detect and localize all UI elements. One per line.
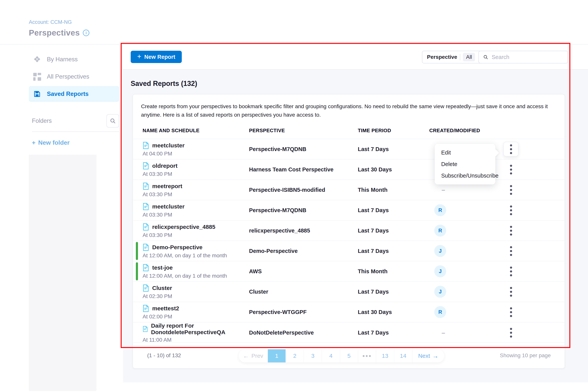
report-name[interactable]: meetcluster	[152, 203, 184, 210]
report-name[interactable]: meetcluster	[152, 142, 184, 149]
pagination-page-5[interactable]: 5	[340, 349, 358, 362]
perspective-cell: AWS	[249, 268, 358, 274]
report-name[interactable]: meettest2	[152, 305, 179, 312]
row-menu-button[interactable]	[504, 244, 518, 258]
row-menu-button[interactable]	[504, 203, 518, 218]
sidebar-item-saved-reports[interactable]: Saved Reports	[29, 86, 119, 102]
perspective-cell: Perspective-M7QDNB	[249, 146, 358, 152]
report-name[interactable]: relicxperspective_4885	[152, 224, 216, 230]
table-row[interactable]: Cluster At 02:30 PM Cluster Last 7 Days …	[133, 282, 564, 302]
pagination-next-button[interactable]: Next→	[412, 349, 444, 362]
sidebar-item-label: By Harness	[47, 56, 78, 63]
context-menu-item-edit[interactable]: Edit	[435, 147, 496, 158]
info-icon[interactable]: i	[83, 30, 89, 36]
folders-label: Folders	[32, 118, 52, 124]
document-icon	[142, 182, 149, 190]
table-row[interactable]: meettest2 At 02:00 PM Perspective-WTGGPF…	[133, 302, 564, 322]
new-folder-button[interactable]: + New folder	[32, 139, 119, 146]
created-modified-cell: R	[429, 204, 498, 216]
table-row[interactable]: relicxperspective_4885 At 03:30 PM relic…	[133, 220, 564, 241]
created-modified-cell: J	[429, 265, 498, 277]
harness-icon: ❖	[33, 55, 42, 64]
table-row[interactable]: meetreport At 03:30 PM Perspective-ISIBN…	[133, 180, 564, 200]
context-menu-item-delete[interactable]: Delete	[435, 158, 496, 170]
time-period-cell: Last 7 Days	[358, 207, 429, 214]
time-period-cell: Last 30 Days	[358, 166, 429, 173]
owner-avatar: J	[434, 265, 446, 277]
pagination-page-1[interactable]: 1	[268, 349, 286, 362]
row-menu-button[interactable]	[504, 142, 518, 156]
search-icon	[483, 54, 488, 60]
table-row[interactable]: meetcluster At 03:30 PM Perspective-M7QD…	[133, 200, 564, 220]
search-input[interactable]	[492, 54, 564, 60]
row-menu-button[interactable]	[504, 223, 518, 238]
section-description: Create reports from your perspectives to…	[133, 94, 564, 119]
pagination-prev-button[interactable]: ←Prev	[239, 349, 268, 362]
report-schedule: At 03:30 PM	[142, 171, 249, 177]
row-menu-button[interactable]	[504, 264, 518, 279]
document-icon	[142, 162, 149, 170]
owner-avatar: R	[434, 306, 446, 318]
report-name[interactable]: test-joe	[152, 264, 173, 271]
row-menu-button[interactable]	[504, 305, 518, 319]
pagination-page-2[interactable]: 2	[286, 349, 304, 362]
table-row[interactable]: Daily report For DonotdeletePerspectiveQ…	[133, 322, 564, 343]
perspective-cell: DoNotDeletePerspective	[249, 330, 358, 336]
row-menu-button[interactable]	[504, 326, 518, 340]
row-menu-button[interactable]	[504, 182, 518, 197]
report-name-cell: meettest2 At 02:00 PM	[142, 304, 249, 320]
report-name-cell: Demo-Perspective At 12:00 AM, on day 1 o…	[142, 244, 249, 259]
document-icon	[142, 325, 148, 333]
page-title: Perspectives	[29, 28, 80, 38]
kebab-icon	[510, 328, 512, 338]
document-icon	[142, 284, 149, 292]
time-period-cell: Last 7 Days	[358, 330, 429, 336]
column-header-name: NAME AND SCHEDULE	[142, 128, 249, 134]
table-header-row: NAME AND SCHEDULE PERSPECTIVE TIME PERIO…	[133, 122, 564, 139]
folders-divider	[32, 132, 119, 132]
pagination-page-14[interactable]: 14	[394, 349, 412, 362]
report-name[interactable]: meetreport	[152, 183, 182, 190]
plus-icon: +	[32, 139, 36, 146]
report-name[interactable]: Daily report For DonotdeletePerspectiveQ…	[151, 322, 249, 336]
perspective-cell: Demo-Perspective	[249, 248, 358, 254]
new-report-label: New Report	[144, 54, 175, 60]
folders-search-button[interactable]	[106, 114, 119, 128]
report-schedule: At 02:30 PM	[142, 293, 249, 300]
table-row[interactable]: meetcluster At 04:00 PM Perspective-M7QD…	[133, 139, 564, 160]
report-name-cell: Daily report For DonotdeletePerspectiveQ…	[142, 322, 249, 343]
context-menu-item-subscribe-unsubscribe[interactable]: Subscribe/Unsubscribe	[435, 170, 496, 182]
perspective-filter-dropdown[interactable]: Perspective All	[422, 51, 487, 64]
created-modified-cell: R	[429, 306, 498, 318]
row-menu-button[interactable]	[504, 284, 518, 299]
owner-avatar: R	[434, 225, 446, 236]
table-row[interactable]: oldreport At 03:30 PM Harness Team Cost …	[133, 160, 564, 180]
report-name-cell: meetreport At 03:30 PM	[142, 182, 249, 198]
perspective-cell: Perspective-WTGGPF	[249, 309, 358, 315]
sidebar-item-all-perspectives[interactable]: All Perspectives	[29, 69, 119, 84]
pagination-ellipsis[interactable]: ●●●	[358, 349, 376, 362]
column-header-perspective: PERSPECTIVE	[249, 128, 358, 134]
sidebar-item-by-harness[interactable]: ❖ By Harness	[29, 52, 119, 67]
report-name[interactable]: oldreport	[152, 162, 178, 169]
time-period-cell: This Month	[358, 187, 429, 193]
table-row[interactable]: Demo-Perspective At 12:00 AM, on day 1 o…	[133, 241, 564, 261]
pagination-page-3[interactable]: 3	[304, 349, 322, 362]
document-icon	[142, 203, 149, 210]
report-schedule: At 02:00 PM	[142, 314, 249, 320]
kebab-icon	[510, 307, 512, 317]
row-menu-button[interactable]	[504, 162, 518, 177]
new-report-button[interactable]: + New Report	[131, 51, 182, 63]
table-row[interactable]: test-joe At 12:00 AM, on day 1 of the mo…	[133, 261, 564, 282]
kebab-icon	[510, 287, 512, 297]
filter-selected-value: All	[463, 53, 475, 61]
report-schedule: At 03:30 PM	[142, 232, 249, 238]
document-icon	[142, 264, 149, 272]
report-schedule: At 12:00 AM, on day 1 of the month	[142, 273, 249, 279]
breadcrumb-account[interactable]: Account: CCM-NG	[29, 19, 89, 25]
report-name[interactable]: Cluster	[152, 285, 172, 291]
pagination-page-13[interactable]: 13	[376, 349, 394, 362]
report-name[interactable]: Demo-Perspective	[152, 244, 202, 250]
document-icon	[142, 223, 149, 231]
pagination-page-4[interactable]: 4	[322, 349, 340, 362]
